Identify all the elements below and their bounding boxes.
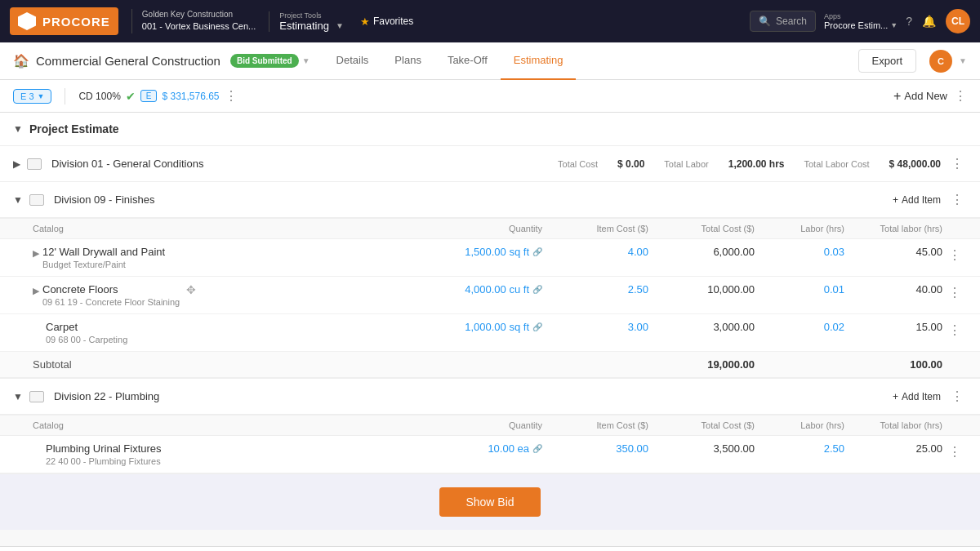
add-new-button[interactable]: + Add New: [893, 89, 947, 104]
concrete-row-menu[interactable]: ⋮: [942, 283, 967, 302]
drywall-name: 12' Wall Drywall and Paint: [42, 246, 165, 258]
division-22-menu[interactable]: ⋮: [947, 387, 967, 406]
row-expand-concrete: ▶ Concrete Floors 09 61 19 - Concrete Fl…: [33, 283, 428, 307]
project-tools[interactable]: Project Tools Estimating ▼: [269, 11, 344, 32]
carpet-item-cost[interactable]: 3.00: [542, 321, 648, 333]
version-badge[interactable]: E 3 ▼: [13, 89, 51, 104]
concrete-move-icon[interactable]: ✥: [186, 283, 196, 296]
division-09-subtotal: Subtotal 19,000.00 100.00: [0, 352, 980, 378]
user-avatar-secondary[interactable]: C: [929, 50, 952, 73]
division-01-row: ▶ Division 01 - General Conditions Total…: [0, 146, 980, 182]
drywall-sub: Budget Texture/Paint: [42, 260, 165, 269]
show-bid-button[interactable]: Show Bid: [439, 487, 540, 517]
cd-info: CD 100% ✔ E $ 331,576.65 ⋮: [78, 88, 237, 104]
show-bid-section: Show Bid: [0, 474, 980, 530]
division-22-toggle[interactable]: ▼: [13, 391, 23, 402]
drywall-row-menu[interactable]: ⋮: [942, 246, 967, 264]
secondary-dropdown-arrow[interactable]: ▼: [959, 56, 967, 65]
tab-estimating[interactable]: Estimating: [501, 42, 577, 80]
division-01-menu[interactable]: ⋮: [947, 154, 967, 173]
division-09-add-item-button[interactable]: + Add Item: [893, 194, 941, 206]
nav-icons: ? 🔔 CL: [906, 9, 970, 33]
division-22-table-header: Catalog Quantity Item Cost ($) Total Cos…: [0, 415, 980, 436]
total-cost-label-d01: Total Cost: [558, 159, 598, 169]
carpet-info: Carpet 09 68 00 - Carpeting: [33, 321, 127, 344]
table-row-drywall: ▶ 12' Wall Drywall and Paint Budget Text…: [0, 239, 980, 277]
search-bar[interactable]: 🔍 Search: [750, 11, 816, 32]
concrete-info: Concrete Floors 09 61 19 - Concrete Floo…: [42, 283, 180, 307]
tool-dropdown-arrow[interactable]: ▼: [336, 21, 344, 30]
drywall-quantity[interactable]: 1,500.00 sq ft 🔗: [428, 246, 542, 258]
division-22-section: ▼ Division 22 - Plumbing + Add Item ⋮ Ca…: [0, 379, 980, 474]
export-button[interactable]: Export: [858, 49, 917, 73]
division-01-icon: [27, 158, 42, 170]
concrete-item-cost[interactable]: 2.50: [542, 283, 648, 295]
tab-details[interactable]: Details: [323, 42, 382, 80]
concrete-expand-arrow[interactable]: ▶: [33, 286, 39, 296]
status-dropdown-arrow[interactable]: ▼: [302, 56, 310, 65]
more-options-icon[interactable]: ⋮: [954, 88, 967, 104]
col-catalog-d09: Catalog: [33, 224, 428, 233]
concrete-labor[interactable]: 0.01: [755, 283, 844, 295]
subtotal-total-labor-d09: 100.00: [844, 358, 942, 371]
procore-logo[interactable]: PROCORE: [10, 7, 118, 35]
apps-section[interactable]: Apps Procore Estim... ▼: [824, 12, 898, 30]
division-22-add-item-button[interactable]: + Add Item: [893, 391, 941, 402]
plumbing-name: Plumbing Urinal Fixtures: [46, 442, 162, 455]
drywall-labor[interactable]: 0.03: [755, 246, 844, 258]
project-estimate-toggle[interactable]: ▼: [13, 123, 23, 135]
concrete-name: Concrete Floors: [42, 283, 180, 295]
add-item-label-d22: Add Item: [902, 391, 941, 402]
company-name: Golden Key Construction: [142, 9, 256, 20]
col-actions-d09: [942, 224, 967, 233]
drywall-expand-arrow[interactable]: ▶: [33, 248, 39, 259]
carpet-row-menu[interactable]: ⋮: [942, 321, 967, 340]
help-icon[interactable]: ?: [906, 15, 912, 28]
carpet-total-labor: 15.00: [844, 321, 942, 333]
carpet-total-cost: 3,000.00: [648, 321, 755, 333]
notification-icon[interactable]: 🔔: [922, 15, 936, 28]
apps-dropdown-arrow[interactable]: ▼: [890, 21, 898, 29]
division-01-stats: Total Cost $ 0.00 Total Labor 1,200.00 h…: [558, 158, 941, 170]
drywall-total-cost: 6,000.00: [648, 246, 755, 258]
total-cost-d01: $ 0.00: [617, 158, 644, 170]
tab-takeoff[interactable]: Take-Off: [434, 42, 501, 80]
carpet-quantity[interactable]: 1,000.00 sq ft 🔗: [428, 321, 542, 333]
plumbing-quantity[interactable]: 10.00 ea 🔗: [428, 442, 542, 455]
user-avatar[interactable]: CL: [946, 9, 970, 33]
division-09-section: ▼ Division 09 - Finishes + Add Item ⋮ Ca…: [0, 182, 980, 379]
plumbing-item-cost[interactable]: 350.00: [542, 442, 648, 455]
add-item-plus-icon-d22: +: [893, 391, 898, 402]
carpet-labor[interactable]: 0.02: [755, 321, 844, 333]
plumbing-total-cost: 3,500.00: [648, 442, 755, 455]
app-name: Procore Estim...: [824, 20, 888, 30]
cd-more-icon[interactable]: ⋮: [225, 88, 238, 104]
division-09-table: Catalog Quantity Item Cost ($) Total Cos…: [0, 218, 980, 379]
division-09-toggle[interactable]: ▼: [13, 194, 23, 206]
tab-plans[interactable]: Plans: [381, 42, 434, 80]
logo-icon: [18, 12, 36, 30]
division-09-menu[interactable]: ⋮: [947, 190, 967, 209]
concrete-total-cost: 10,000.00: [648, 283, 755, 295]
plumbing-row-menu[interactable]: ⋮: [942, 442, 967, 461]
add-item-label-d09: Add Item: [902, 194, 941, 206]
drywall-info: 12' Wall Drywall and Paint Budget Textur…: [42, 246, 165, 269]
favorites-section[interactable]: ★ Favorites: [360, 16, 413, 28]
drywall-item-cost[interactable]: 4.00: [542, 246, 648, 258]
col-actions-d22: [942, 420, 967, 430]
home-icon-section[interactable]: 🏠: [13, 53, 29, 69]
plus-icon: +: [893, 89, 901, 104]
division-01-toggle[interactable]: ▶: [13, 158, 20, 170]
project-display-name: Commercial General Construction: [36, 54, 220, 68]
division-22-table: Catalog Quantity Item Cost ($) Total Cos…: [0, 415, 980, 474]
project-info[interactable]: Golden Key Construction 001 - Vortex Bus…: [131, 9, 256, 33]
search-label: Search: [776, 16, 807, 27]
concrete-quantity[interactable]: 4,000.00 cu ft 🔗: [428, 283, 542, 295]
plumbing-labor[interactable]: 2.50: [755, 442, 844, 455]
version-dropdown-arrow[interactable]: ▼: [38, 92, 45, 100]
home-icon[interactable]: 🏠: [13, 53, 29, 69]
second-navigation: 🏠 Commercial General Construction Bid Su…: [0, 42, 980, 80]
division-22-row: ▼ Division 22 - Plumbing + Add Item ⋮: [0, 379, 980, 415]
table-row-concrete: ▶ Concrete Floors 09 61 19 - Concrete Fl…: [0, 277, 980, 314]
col-quantity-d22: Quantity: [428, 420, 542, 430]
